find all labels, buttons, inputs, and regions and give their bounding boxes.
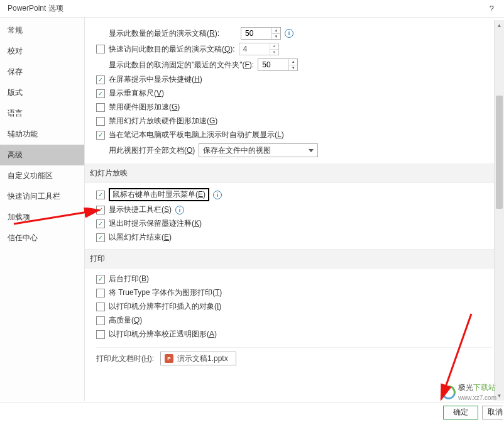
sidebar-item-customize-ribbon[interactable]: 自定义功能区	[0, 165, 84, 186]
high-quality-label: 高质量(Q)	[109, 315, 142, 326]
print-this-doc-label: 打印此文档时(H):	[96, 353, 154, 364]
background-print-row: 后台打印(B)	[96, 274, 493, 284]
background-print-label: 后台打印(B)	[109, 274, 149, 284]
disable-hw-label: 禁用硬件图形加速(G)	[109, 102, 180, 113]
open-view-value: 保存在文件中的视图	[203, 145, 271, 156]
show-shortcuts-label: 在屏幕提示中显示快捷键(H)	[109, 74, 202, 85]
sidebar-item-proofing[interactable]: 校对	[0, 41, 84, 62]
sidebar-item-save[interactable]: 保存	[0, 62, 84, 82]
sidebar-item-advanced[interactable]: 高级	[0, 145, 84, 165]
quick-toolbar-label: 显示快捷工具栏(S)	[109, 204, 172, 215]
high-quality-row: 高质量(Q)	[96, 315, 493, 326]
end-black-label: 以黑幻灯片结束(E)	[109, 232, 172, 243]
dialog-body: 常规 校对 保存 版式 语言 辅助功能 高级 自定义功能区 快速访问工具栏 加载…	[0, 18, 504, 401]
sidebar-item-addins[interactable]: 加载项	[0, 207, 84, 228]
dialog-footer: 确定 取消	[0, 402, 504, 422]
quick-toolbar-row: 显示快捷工具栏(S)	[96, 204, 493, 215]
quick-access-recent-row: 快速访问此数目的最近的演示文稿(Q): ▲▼	[96, 43, 493, 55]
auto-extend-checkbox[interactable]	[96, 131, 105, 140]
align-transparent-label: 以打印机分辨率校正透明图形(A)	[109, 329, 217, 340]
chevron-down-icon	[309, 149, 314, 152]
high-quality-checkbox[interactable]	[96, 316, 105, 325]
vertical-ruler-label: 显示垂直标尺(V)	[109, 88, 164, 99]
end-black-row: 以黑幻灯片结束(E)	[96, 232, 493, 243]
unpinned-folders-spinner[interactable]: ▲▼	[258, 58, 298, 71]
truetype-print-row: 将 TrueType 字体作为图形打印(T)	[96, 287, 493, 298]
watermark-text: 极光下载站 www.xz7.com	[458, 382, 496, 402]
rightclick-menu-highlight: 鼠标右键单击时显示菜单(E)	[109, 188, 209, 201]
sidebar: 常规 校对 保存 版式 语言 辅助功能 高级 自定义功能区 快速访问工具栏 加载…	[0, 18, 85, 401]
print-this-doc-row: 打印此文档时(H): P 演示文稿1.pptx	[96, 347, 493, 365]
ok-button[interactable]: 确定	[443, 406, 478, 419]
content-scrollbar[interactable]: ▲ ▼	[494, 20, 504, 401]
watermark-logo-icon	[439, 382, 458, 401]
print-this-doc-value: 演示文稿1.pptx	[177, 353, 228, 364]
sidebar-item-language[interactable]: 语言	[0, 103, 84, 124]
truetype-print-checkbox[interactable]	[96, 289, 105, 297]
show-shortcuts-checkbox[interactable]	[96, 75, 105, 84]
open-view-row: 用此视图打开全部文档(O) 保存在文件中的视图	[96, 143, 493, 157]
keep-ink-checkbox[interactable]	[96, 219, 105, 228]
printer-res-obj-checkbox[interactable]	[96, 303, 105, 311]
quick-access-recent-input[interactable]	[239, 43, 270, 55]
info-icon[interactable]	[285, 29, 293, 38]
rightclick-menu-label: 鼠标右键单击时显示菜单(E)	[112, 190, 205, 199]
unpinned-folders-label: 显示此数目的取消固定的"最近的文件夹"(F):	[109, 60, 254, 70]
cancel-button[interactable]: 取消	[482, 406, 503, 419]
disable-hw-row: 禁用硬件图形加速(G)	[96, 102, 493, 113]
scroll-up-icon[interactable]: ▲	[495, 20, 504, 30]
slideshow-section-header: 幻灯片放映	[85, 164, 504, 183]
rightclick-menu-checkbox[interactable]	[96, 191, 105, 199]
print-this-doc-select[interactable]: P 演示文稿1.pptx	[160, 352, 236, 365]
recent-count-spinner[interactable]: ▲▼	[241, 27, 281, 40]
print-section-header: 打印	[85, 249, 504, 269]
rightclick-menu-row: 鼠标右键单击时显示菜单(E)	[96, 188, 493, 201]
unpinned-folders-input[interactable]	[258, 59, 288, 70]
disable-slideshow-hw-checkbox[interactable]	[96, 117, 105, 126]
end-black-checkbox[interactable]	[96, 233, 105, 242]
disable-hw-checkbox[interactable]	[96, 103, 105, 112]
window-title: PowerPoint 选项	[8, 3, 63, 14]
recent-count-input[interactable]	[241, 28, 271, 39]
unpinned-folders-row: 显示此数目的取消固定的"最近的文件夹"(F): ▲▼	[96, 58, 493, 71]
powerpoint-file-icon: P	[165, 354, 173, 363]
quick-access-recent-label: 快速访问此数目的最近的演示文稿(Q):	[109, 44, 235, 55]
titlebar: PowerPoint 选项 ?	[0, 0, 504, 18]
sidebar-item-general[interactable]: 常规	[0, 20, 84, 41]
content-pane: 显示此数量的最近的演示文稿(R): ▲▼ 快速访问此数目的最近的演示文稿(Q):…	[85, 18, 504, 401]
sidebar-item-quick-access[interactable]: 快速访问工具栏	[0, 186, 84, 207]
sidebar-item-layout[interactable]: 版式	[0, 82, 84, 103]
sidebar-item-accessibility[interactable]: 辅助功能	[0, 124, 84, 145]
disable-slideshow-hw-label: 禁用幻灯片放映硬件图形加速(G)	[109, 116, 217, 126]
vertical-ruler-checkbox[interactable]	[96, 89, 105, 98]
open-view-label: 用此视图打开全部文档(O)	[109, 145, 195, 156]
auto-extend-label: 当在笔记本电脑或平板电脑上演示时自动扩展显示(L)	[109, 130, 284, 140]
watermark: 极光下载站 www.xz7.com	[442, 382, 496, 402]
disable-slideshow-hw-row: 禁用幻灯片放映硬件图形加速(G)	[96, 116, 493, 126]
background-print-checkbox[interactable]	[96, 275, 105, 284]
align-transparent-checkbox[interactable]	[96, 330, 105, 339]
keep-ink-row: 退出时提示保留墨迹注释(K)	[96, 218, 493, 229]
recent-count-row: 显示此数量的最近的演示文稿(R): ▲▼	[96, 27, 493, 40]
printer-res-obj-row: 以打印机分辨率打印插入的对象(I)	[96, 301, 493, 312]
quick-toolbar-checkbox[interactable]	[96, 206, 105, 214]
info-icon[interactable]	[213, 191, 222, 199]
info-icon[interactable]	[175, 206, 184, 214]
quick-access-recent-spinner[interactable]: ▲▼	[239, 43, 279, 55]
align-transparent-row: 以打印机分辨率校正透明图形(A)	[96, 329, 493, 340]
help-icon[interactable]: ?	[490, 4, 498, 13]
vertical-ruler-row: 显示垂直标尺(V)	[96, 88, 493, 99]
keep-ink-label: 退出时提示保留墨迹注释(K)	[109, 218, 202, 229]
quick-access-recent-checkbox[interactable]	[96, 45, 105, 53]
scroll-thumb[interactable]	[496, 96, 503, 209]
show-shortcuts-row: 在屏幕提示中显示快捷键(H)	[96, 74, 493, 85]
sidebar-item-trust-center[interactable]: 信任中心	[0, 228, 84, 248]
open-view-select[interactable]: 保存在文件中的视图	[199, 143, 318, 157]
auto-extend-row: 当在笔记本电脑或平板电脑上演示时自动扩展显示(L)	[96, 130, 493, 140]
recent-count-label: 显示此数量的最近的演示文稿(R):	[109, 28, 219, 39]
printer-res-obj-label: 以打印机分辨率打印插入的对象(I)	[109, 301, 221, 312]
truetype-print-label: 将 TrueType 字体作为图形打印(T)	[109, 287, 222, 298]
